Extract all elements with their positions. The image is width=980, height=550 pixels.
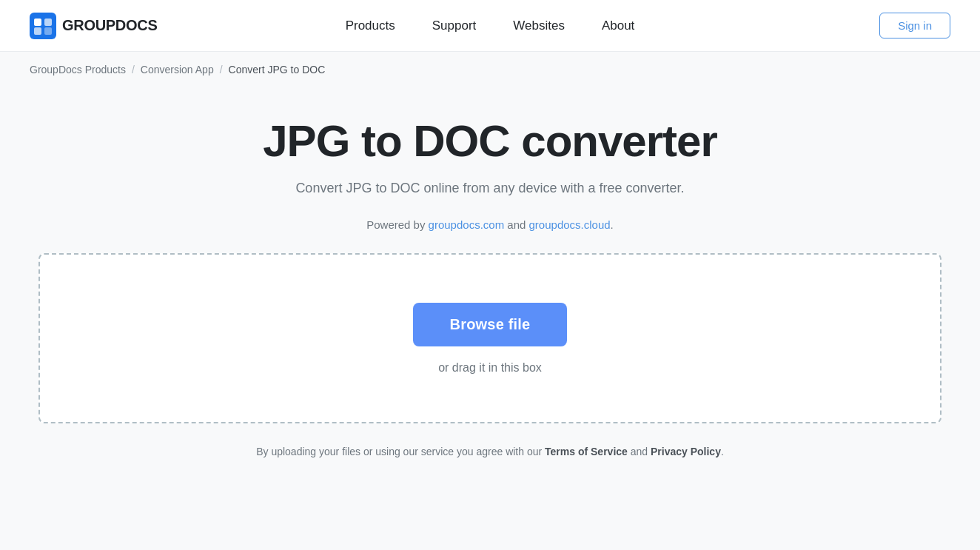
page-subtitle: Convert JPG to DOC online from any devic… — [295, 181, 684, 196]
groupdocs-logo-icon — [30, 13, 56, 39]
svg-rect-4 — [44, 27, 52, 35]
breadcrumb-item-2[interactable]: Conversion App — [141, 64, 214, 76]
groupdocs-cloud-link[interactable]: groupdocs.cloud — [529, 218, 611, 231]
powered-by-prefix: Powered by — [366, 218, 428, 231]
logo-area: GROUPDOCS — [30, 13, 157, 39]
breadcrumb-current: Convert JPG to DOC — [229, 64, 326, 76]
svg-rect-3 — [34, 27, 41, 35]
footer-and: and — [628, 446, 651, 457]
main-content: JPG to DOC converter Convert JPG to DOC … — [0, 87, 980, 472]
breadcrumb-item-1[interactable]: GroupDocs Products — [30, 64, 126, 76]
footer-prefix: By uploading your files or using our ser… — [256, 446, 545, 457]
nav-websites[interactable]: Websites — [513, 19, 565, 33]
header: GROUPDOCS Products Support Websites Abou… — [0, 0, 980, 52]
nav-about[interactable]: About — [602, 19, 634, 33]
file-drop-zone[interactable]: Browse file or drag it in this box — [38, 253, 942, 423]
svg-rect-1 — [34, 19, 41, 26]
signin-button[interactable]: Sign in — [879, 13, 950, 38]
powered-by-and: and — [504, 218, 528, 231]
drag-drop-text: or drag it in this box — [438, 361, 542, 375]
breadcrumb-separator-1: / — [132, 64, 135, 76]
breadcrumb-separator-2: / — [220, 64, 223, 76]
footer-suffix: . — [721, 446, 724, 457]
terms-of-service-link[interactable]: Terms of Service — [545, 446, 628, 457]
svg-rect-0 — [30, 13, 56, 39]
footer-legal-text: By uploading your files or using our ser… — [256, 446, 724, 457]
browse-file-button[interactable]: Browse file — [413, 303, 568, 346]
nav-support[interactable]: Support — [432, 19, 477, 33]
groupdocs-com-link[interactable]: groupdocs.com — [429, 218, 505, 231]
svg-rect-2 — [44, 19, 52, 26]
page-title: JPG to DOC converter — [263, 117, 717, 166]
logo-text: GROUPDOCS — [62, 17, 157, 34]
main-nav: Products Support Websites About — [346, 19, 635, 33]
powered-by-suffix: . — [611, 218, 614, 231]
powered-by: Powered by groupdocs.com and groupdocs.c… — [366, 218, 614, 231]
nav-products[interactable]: Products — [346, 19, 395, 33]
privacy-policy-link[interactable]: Privacy Policy — [651, 446, 721, 457]
breadcrumb: GroupDocs Products / Conversion App / Co… — [0, 52, 980, 87]
